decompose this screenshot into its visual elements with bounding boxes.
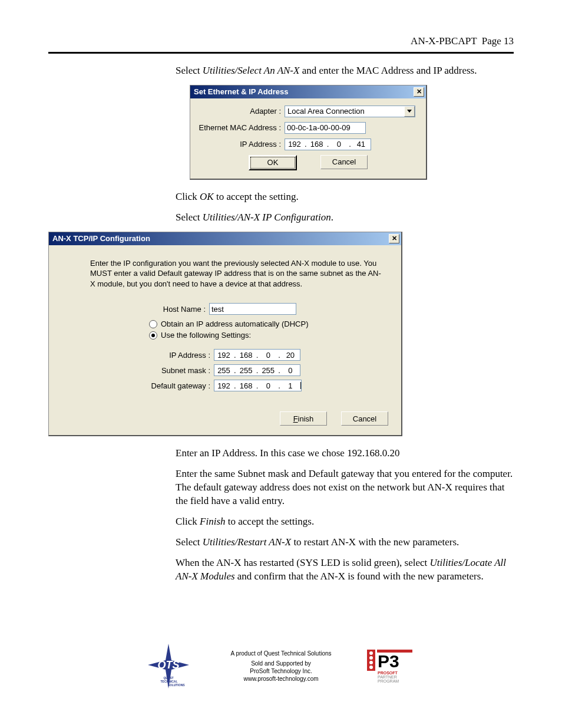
close-icon[interactable]: ✕ [389,234,399,243]
cancel-button-2[interactable]: Cancel [341,411,388,426]
svg-text:PROSOFT: PROSOFT [378,671,398,675]
radio-static[interactable]: Use the following Settings: [149,331,385,340]
gateway-input[interactable]: 192. 168. 0. 1 [214,380,302,391]
adapter-label: Adapter : [199,107,285,116]
paragraph-2: Click OK to accept the setting. [176,190,514,204]
hostname-input[interactable] [209,303,296,315]
svg-rect-11 [377,650,412,653]
paragraph-5: Enter the same Subnet mask and Default g… [176,467,514,508]
qts-logo: QTS QUEST TECHNICAL SOLUTIONS [142,643,195,690]
adapter-dropdown[interactable]: Local Area Connection [285,106,415,117]
header-rule [48,52,514,54]
dialog2-titlebar[interactable]: AN-X TCP/IP Configuration ✕ [49,232,401,245]
svg-point-6 [369,651,373,655]
ip-label-1: IP Address : [199,140,285,149]
footer-text: A product of Quest Technical Solutions S… [230,650,331,683]
adapter-value: Local Area Connection [285,107,404,116]
paragraph-8: When the AN-X has restarted (SYS LED is … [176,556,514,584]
finish-button[interactable]: Finish [280,411,327,426]
dialog-anx-tcpip: AN-X TCP/IP Configuration ✕ Enter the IP… [48,232,402,437]
ip-label-2: IP Address : [147,351,214,360]
hostname-label: Host Name : [131,305,209,314]
doc-title: AN-X-PBCAPT [411,35,477,47]
paragraph-3: Select Utilities/AN-X IP Configuration. [176,211,514,225]
paragraph-1: Select Utilities/Select An AN-X and ente… [176,64,514,78]
radio-dhcp-label: Obtain an IP address automatically (DHCP… [161,319,308,328]
gateway-label: Default gateway : [147,381,214,390]
radio-icon [149,331,157,340]
paragraph-7: Select Utilities/Restart AN-X to restart… [176,536,514,549]
dialog1-title: Set Ethernet & IP Address [194,87,288,96]
radio-static-label: Use the following Settings: [161,331,251,340]
ok-button[interactable]: OK [249,155,297,170]
mac-label: Ethernet MAC Address : [199,123,285,132]
ip-input-1[interactable]: 192. 168. 0. 41 [285,139,371,150]
radio-dhcp[interactable]: Obtain an IP address automatically (DHCP… [149,319,385,328]
svg-point-9 [369,666,373,669]
page-num: 13 [504,35,514,47]
chevron-down-icon[interactable] [404,106,415,117]
cancel-button-1[interactable]: Cancel [320,155,368,169]
svg-text:SOLUTIONS: SOLUTIONS [168,683,186,687]
page-label: Page [482,35,501,47]
svg-text:P3: P3 [378,651,399,671]
dialog2-title: AN-X TCP/IP Configuration [52,234,150,243]
page-header: AN-X-PBCAPT Page 13 [48,35,514,47]
paragraph-4: Enter an IP Address. In this case we cho… [176,447,514,460]
close-icon[interactable]: ✕ [414,87,424,97]
dialog1-titlebar[interactable]: Set Ethernet & IP Address ✕ [190,85,426,98]
svg-point-8 [369,661,373,664]
svg-point-7 [369,656,373,660]
p3-logo: P3 PROSOFT PARTNER PROGRAM [367,650,420,683]
svg-text:PARTNER: PARTNER [378,675,397,679]
mac-input[interactable] [285,122,366,134]
svg-text:QTS: QTS [158,659,180,671]
ip-input-2[interactable]: 192. 168. 0. 20 [214,349,300,361]
svg-text:PROGRAM: PROGRAM [378,679,399,683]
page-footer: QTS QUEST TECHNICAL SOLUTIONS A product … [48,643,514,690]
paragraph-6: Click Finish to accept the settings. [176,515,514,529]
mask-label: Subnet mask : [147,366,214,375]
radio-icon [149,320,157,328]
dialog-set-ethernet-ip: Set Ethernet & IP Address ✕ Adapter : Lo… [190,85,427,180]
dialog2-instructions: Enter the IP configuration you want the … [90,258,385,289]
mask-input[interactable]: 255. 255. 255. 0 [214,364,300,376]
